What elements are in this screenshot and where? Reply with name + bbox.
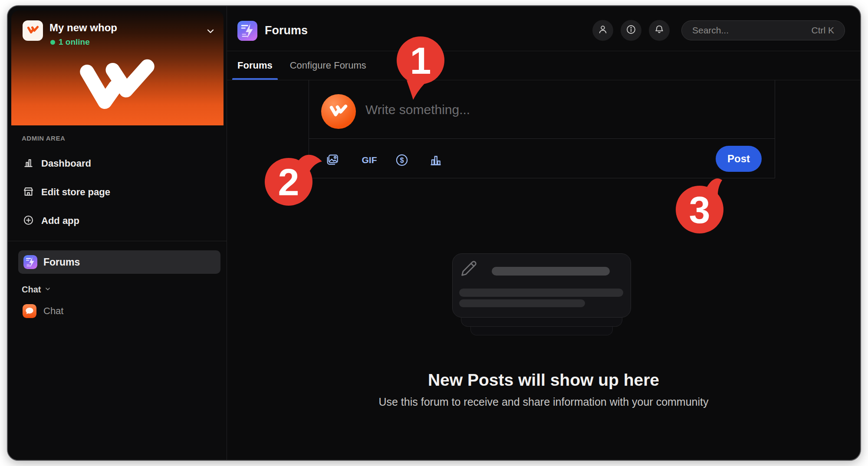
page-title: Forums bbox=[265, 24, 308, 37]
chat-section-label: Chat bbox=[22, 285, 41, 295]
search-shortcut: Ctrl K bbox=[812, 25, 835, 36]
plus-circle-icon bbox=[23, 214, 34, 228]
sidebar: My new whop 1 online ADMIN AREA bbox=[8, 6, 227, 460]
composer-write-area: Write something... bbox=[309, 80, 775, 139]
forums-app-icon bbox=[23, 255, 37, 269]
tab-forums[interactable]: Forums bbox=[232, 51, 278, 80]
info-icon bbox=[625, 24, 637, 37]
help-button[interactable] bbox=[621, 20, 641, 41]
sidebar-item-add-app[interactable]: Add app bbox=[18, 211, 218, 231]
annotation-number: 2 bbox=[278, 161, 299, 203]
sidebar-item-label: Edit store page bbox=[41, 187, 110, 198]
sidebar-divider bbox=[8, 241, 227, 241]
bar-chart-icon bbox=[23, 157, 34, 171]
forums-app-icon bbox=[237, 21, 257, 41]
whop-banner-logo-icon bbox=[75, 56, 160, 118]
sidebar-item-label: Chat bbox=[43, 305, 63, 317]
sidebar-item-label: Add app bbox=[41, 215, 79, 226]
whop-logo-icon bbox=[26, 25, 39, 36]
empty-state-card-stack bbox=[461, 318, 622, 327]
screenshot-stage: My new whop 1 online ADMIN AREA bbox=[0, 0, 868, 466]
whop-logo-icon bbox=[329, 104, 349, 120]
skeleton-title-bar bbox=[492, 267, 610, 276]
annotation-balloon-3: 3 bbox=[673, 175, 738, 236]
community-name: My new whop bbox=[49, 22, 117, 34]
post-button[interactable]: Post bbox=[716, 146, 762, 172]
sidebar-item-edit-store-page[interactable]: Edit store page bbox=[18, 182, 218, 202]
empty-state-card-stack bbox=[470, 327, 613, 335]
annotation-number: 3 bbox=[689, 188, 710, 231]
empty-state-title: New Posts will show up here bbox=[227, 371, 860, 390]
chevron-down-icon[interactable] bbox=[205, 26, 216, 38]
notifications-button[interactable] bbox=[649, 20, 670, 41]
app-window: My new whop 1 online ADMIN AREA bbox=[7, 5, 861, 461]
svg-text:$: $ bbox=[400, 156, 404, 164]
profile-button[interactable] bbox=[592, 20, 613, 41]
skeleton-text-bar bbox=[459, 289, 623, 297]
sidebar-item-chat[interactable]: Chat bbox=[18, 300, 218, 322]
composer-toolbar: GIF $ Post bbox=[309, 139, 775, 177]
bell-icon bbox=[654, 24, 665, 37]
tab-label: Configure Forums bbox=[290, 60, 366, 71]
avatar bbox=[321, 94, 356, 129]
empty-state-card bbox=[452, 253, 631, 318]
person-icon bbox=[597, 24, 608, 37]
sidebar-item-label: Forums bbox=[43, 256, 80, 268]
admin-area-label: ADMIN AREA bbox=[22, 135, 65, 142]
tab-bar: Forums Configure Forums bbox=[227, 51, 372, 80]
dollar-circle-icon[interactable]: $ bbox=[395, 153, 409, 169]
tab-configure-forums[interactable]: Configure Forums bbox=[285, 51, 372, 80]
tab-label: Forums bbox=[237, 60, 273, 71]
online-status: 1 online bbox=[50, 37, 90, 47]
gif-button[interactable]: GIF bbox=[359, 153, 379, 167]
annotation-number: 1 bbox=[410, 39, 431, 82]
skeleton-text-bar bbox=[459, 299, 585, 307]
pencil-icon bbox=[459, 259, 479, 280]
community-logo[interactable] bbox=[23, 20, 43, 41]
online-count: 1 online bbox=[59, 37, 90, 47]
online-dot-icon bbox=[50, 40, 55, 45]
sidebar-item-label: Dashboard bbox=[41, 158, 91, 169]
poll-icon[interactable] bbox=[428, 153, 443, 169]
chat-app-icon bbox=[23, 304, 36, 318]
annotation-balloon-2: 2 bbox=[262, 149, 331, 210]
sidebar-item-forums-selected[interactable]: Forums bbox=[18, 250, 220, 274]
post-composer: Write something... GIF $ bbox=[309, 80, 775, 178]
annotation-balloon-1: 1 bbox=[395, 35, 447, 108]
chevron-down-icon bbox=[44, 286, 51, 294]
storefront-icon bbox=[23, 186, 34, 199]
search-input[interactable] bbox=[692, 25, 812, 36]
search-box: Ctrl K bbox=[681, 20, 845, 40]
empty-state-subtitle: Use this forum to receive and share info… bbox=[227, 396, 860, 408]
sidebar-item-dashboard[interactable]: Dashboard bbox=[18, 154, 218, 174]
sidebar-section-chat[interactable]: Chat bbox=[22, 285, 51, 295]
community-banner: My new whop 1 online bbox=[11, 10, 224, 125]
